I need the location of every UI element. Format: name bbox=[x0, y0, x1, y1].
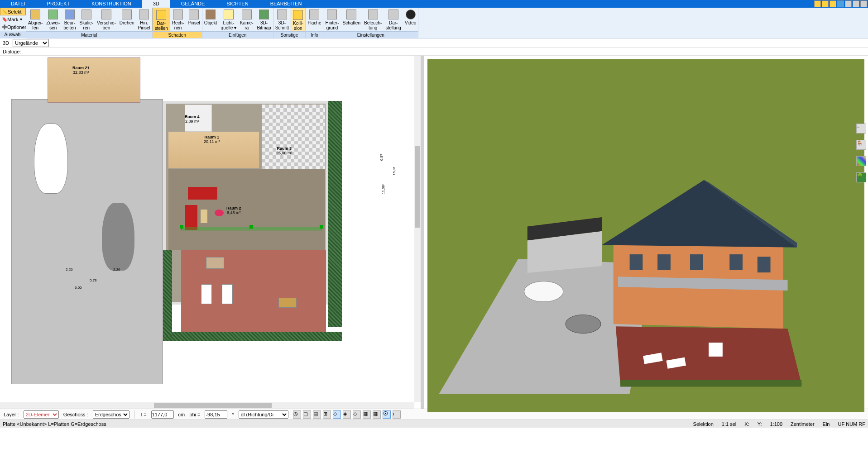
flaeche-button[interactable]: Fläche bbox=[306, 8, 323, 31]
ortho-icon[interactable]: ⦿ bbox=[383, 410, 391, 419]
objekt-button[interactable]: Objekt bbox=[202, 8, 219, 31]
pinsel-button[interactable]: Pinsel bbox=[186, 8, 201, 31]
car-white bbox=[34, 124, 68, 194]
optionen-button[interactable]: ➕Optionen bbox=[0, 23, 26, 31]
phi-input[interactable] bbox=[205, 410, 227, 419]
abgreifen-button[interactable]: Abgrei- fen bbox=[26, 8, 44, 31]
dialog-bar: Dialoge: bbox=[0, 48, 868, 56]
kamera-button[interactable]: Kame- ra bbox=[238, 8, 255, 31]
verschieben-button[interactable]: Verschie- ben bbox=[95, 8, 118, 31]
hinpinsel-button[interactable]: Hin. Pinsel bbox=[136, 8, 152, 31]
menu-projekt[interactable]: PROJEKT bbox=[36, 0, 81, 8]
kollision-label: Kolli- sion bbox=[293, 21, 303, 31]
info-icon[interactable]: i bbox=[393, 410, 401, 419]
app-icon-3[interactable] bbox=[830, 0, 836, 7]
deg-lbl: ° bbox=[232, 412, 234, 417]
pane-splitter[interactable] bbox=[421, 56, 424, 409]
side-table bbox=[278, 298, 297, 308]
object-icon bbox=[206, 10, 216, 19]
menu-konstruktion[interactable]: KONSTRUKTION bbox=[81, 0, 142, 8]
snap3-icon[interactable]: ◈ bbox=[343, 410, 351, 419]
rechnen-button[interactable]: Rech- nen bbox=[170, 8, 186, 31]
geschoss-select[interactable]: Erdgeschos bbox=[93, 410, 129, 419]
3d-render bbox=[427, 59, 864, 412]
mark-label: Mark. bbox=[7, 17, 20, 22]
pouf bbox=[215, 210, 224, 216]
status-uf: ÜF NUM RF bbox=[838, 421, 866, 427]
sofa-2 bbox=[185, 205, 197, 230]
menu-sichten[interactable]: SICHTEN bbox=[216, 0, 259, 8]
slab-handle-l[interactable] bbox=[180, 225, 183, 229]
kamera-label: Kame- ra bbox=[240, 20, 253, 30]
schatten-set-button[interactable]: Schatten bbox=[340, 8, 362, 31]
minimize-icon[interactable] bbox=[845, 0, 852, 7]
beleuchtung-button[interactable]: Beleuch- tung bbox=[362, 8, 384, 31]
darstellen-label: Dar- stellen bbox=[155, 21, 168, 31]
layers-icon[interactable]: ≡ bbox=[856, 124, 866, 134]
chair-icon[interactable]: 🪑 bbox=[856, 140, 866, 150]
view-select[interactable]: Urgelände bbox=[13, 39, 49, 47]
menu-bearbeiten[interactable]: BEARBEITEN bbox=[259, 0, 313, 8]
lichtquelle-button[interactable]: Licht- quelle ▾ bbox=[219, 8, 238, 31]
lichtquelle-label: Licht- quelle ▾ bbox=[221, 20, 236, 30]
close-icon[interactable] bbox=[860, 0, 867, 7]
mode-select[interactable]: dl (Richtung/Di bbox=[239, 410, 288, 419]
grid2-icon[interactable]: ▦ bbox=[373, 410, 381, 419]
stack-icon[interactable]: ▤ bbox=[313, 410, 321, 419]
slab-handle-m[interactable] bbox=[249, 225, 253, 229]
darstellung-button[interactable]: Dar- stellung bbox=[384, 8, 403, 31]
skalieren-button[interactable]: Skalie- ren bbox=[78, 8, 96, 31]
monitor-icon[interactable]: ▢ bbox=[303, 410, 311, 419]
scrollbar-horizontal[interactable] bbox=[0, 402, 414, 409]
view-3d-viewport[interactable] bbox=[427, 59, 864, 412]
garage-block bbox=[48, 57, 140, 103]
tree-icon[interactable]: 🌳 bbox=[856, 172, 866, 182]
lounger-1 bbox=[201, 284, 212, 304]
flaeche-label: Fläche bbox=[307, 20, 321, 25]
svg-point-14 bbox=[524, 281, 563, 302]
app-icon-2[interactable] bbox=[822, 0, 829, 7]
3dbitmap-button[interactable]: 3D- Bitmap bbox=[255, 8, 273, 31]
clock-icon[interactable]: ◷ bbox=[293, 410, 301, 419]
maximize-icon[interactable] bbox=[853, 0, 859, 7]
snap2-icon[interactable]: ◇ bbox=[333, 410, 341, 419]
slab-handle-r[interactable] bbox=[320, 225, 323, 229]
plan-2d-viewport[interactable]: Raum 2132,83 m² Raum 42,89 m² Raum 120,1… bbox=[0, 56, 421, 409]
hintergrund-button[interactable]: Hinter- grund bbox=[323, 8, 340, 31]
hedge-right bbox=[328, 101, 342, 327]
selekt-button[interactable]: 📐Selekt bbox=[0, 8, 26, 15]
scrollbar-vertical[interactable] bbox=[414, 56, 421, 402]
grid1-icon[interactable]: ▦ bbox=[363, 410, 371, 419]
bearbeiten-button[interactable]: Bear- beiten bbox=[62, 8, 77, 31]
sofa-1 bbox=[188, 187, 217, 200]
zuweisen-button[interactable]: Zuwei- sen bbox=[44, 8, 62, 31]
video-button[interactable]: Video bbox=[403, 8, 418, 31]
menu-gelaende[interactable]: GELÄNDE bbox=[170, 0, 216, 8]
drehen-button[interactable]: Drehen bbox=[118, 8, 136, 31]
app-icon-1[interactable] bbox=[814, 0, 821, 7]
room21-label: Raum 2132,83 m² bbox=[72, 66, 90, 75]
mark-button[interactable]: 🔖Mark. ▾ bbox=[0, 15, 26, 23]
darstellen-button[interactable]: Dar- stellen bbox=[153, 8, 170, 31]
snap4-icon[interactable]: ◇ bbox=[353, 410, 361, 419]
scrollbar-v-thumb[interactable] bbox=[415, 146, 420, 228]
help-icon[interactable] bbox=[837, 0, 844, 7]
ribbon: Abgrei- fen Zuwei- sen Bear- beiten Skal… bbox=[26, 8, 868, 38]
bitmap-icon bbox=[259, 10, 269, 19]
layer-select[interactable]: 2D-Elemen bbox=[24, 410, 59, 419]
scrollbar-h-thumb[interactable] bbox=[154, 403, 272, 408]
sub-toolbar: 3D Urgelände bbox=[0, 38, 868, 48]
palette-icon[interactable] bbox=[856, 156, 866, 166]
lighting-icon bbox=[368, 10, 378, 19]
menu-3d[interactable]: 3D bbox=[142, 0, 170, 8]
section-icon bbox=[277, 10, 287, 19]
snap1-icon[interactable]: ⊞ bbox=[323, 410, 331, 419]
selekt-label: Selekt bbox=[8, 9, 22, 14]
menu-datei[interactable]: DATEI bbox=[0, 0, 36, 8]
3dschnitt-button[interactable]: 3D- Schnitt bbox=[273, 8, 291, 31]
cm-lbl: cm bbox=[178, 412, 185, 417]
kollision-button[interactable]: Kolli- sion bbox=[291, 8, 305, 31]
pinsel-label: Pinsel bbox=[187, 20, 200, 25]
geschoss-lbl: Geschoss : bbox=[63, 412, 88, 417]
l-input[interactable] bbox=[151, 410, 174, 419]
